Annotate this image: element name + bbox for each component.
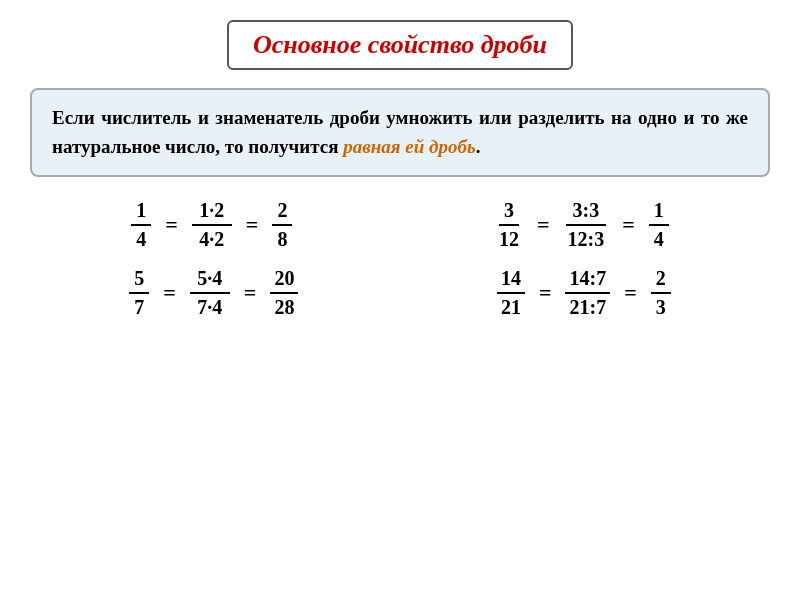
frac-1-num: 1 <box>131 199 151 226</box>
eq-sign-7: = <box>535 280 556 306</box>
frac-5-den: 12:3 <box>563 226 608 251</box>
frac-11-num: 14:7 <box>565 267 610 294</box>
frac-7: 5 7 <box>129 267 149 319</box>
eq-sign: = <box>161 212 182 238</box>
title-box: Основное свойство дроби <box>227 20 573 70</box>
frac-8-den: 7·4 <box>190 294 230 319</box>
frac-6-num: 1 <box>649 199 669 226</box>
eq-sign-5: = <box>159 280 180 306</box>
definition-text-highlight: равная ей дробь <box>343 136 475 157</box>
frac-8-num: 5·4 <box>190 267 230 294</box>
frac-9-num: 20 <box>270 267 298 294</box>
frac-8: 5·4 7·4 <box>190 267 230 319</box>
frac-4-den: 12 <box>495 226 523 251</box>
equation-2-left: 5 7 = 5·4 7·4 = 20 28 <box>129 267 298 319</box>
equation-1-left: 1 4 = 1·2 4·2 = 2 8 <box>131 199 292 251</box>
frac-9-den: 28 <box>270 294 298 319</box>
page-title: Основное свойство дроби <box>253 30 547 60</box>
frac-3-den: 8 <box>272 226 292 251</box>
frac-7-den: 7 <box>129 294 149 319</box>
frac-2: 1·2 4·2 <box>192 199 232 251</box>
frac-11-den: 21:7 <box>565 294 610 319</box>
equation-2-right: 14 21 = 14:7 21:7 = 2 3 <box>497 267 671 319</box>
frac-9: 20 28 <box>270 267 298 319</box>
example-row-2: 5 7 = 5·4 7·4 = 20 28 14 21 = 14:7 21: <box>30 267 770 319</box>
frac-5-num: 3:3 <box>566 199 606 226</box>
frac-6-den: 4 <box>649 226 669 251</box>
definition-box: Если числитель и знаменатель дроби умнож… <box>30 88 770 177</box>
eq-sign-3: = <box>533 212 554 238</box>
equation-1-right: 3 12 = 3:3 12:3 = 1 4 <box>495 199 669 251</box>
frac-10: 14 21 <box>497 267 525 319</box>
eq-sign-8: = <box>620 280 641 306</box>
eq-sign-6: = <box>240 280 261 306</box>
frac-12: 2 3 <box>651 267 671 319</box>
frac-3-num: 2 <box>272 199 292 226</box>
frac-11: 14:7 21:7 <box>565 267 610 319</box>
frac-7-num: 5 <box>129 267 149 294</box>
frac-1-den: 4 <box>131 226 151 251</box>
frac-5: 3:3 12:3 <box>563 199 608 251</box>
examples-area: 1 4 = 1·2 4·2 = 2 8 3 12 = 3:3 12:3 <box>30 199 770 319</box>
frac-3: 2 8 <box>272 199 292 251</box>
frac-6: 1 4 <box>649 199 669 251</box>
frac-12-num: 2 <box>651 267 671 294</box>
definition-text-end: . <box>476 136 481 157</box>
frac-1: 1 4 <box>131 199 151 251</box>
eq-sign-4: = <box>618 212 639 238</box>
frac-4: 3 12 <box>495 199 523 251</box>
frac-10-den: 21 <box>497 294 525 319</box>
eq-sign-2: = <box>242 212 263 238</box>
frac-2-num: 1·2 <box>192 199 232 226</box>
frac-12-den: 3 <box>651 294 671 319</box>
example-row-1: 1 4 = 1·2 4·2 = 2 8 3 12 = 3:3 12:3 <box>30 199 770 251</box>
frac-4-num: 3 <box>499 199 519 226</box>
frac-10-num: 14 <box>497 267 525 294</box>
frac-2-den: 4·2 <box>192 226 232 251</box>
